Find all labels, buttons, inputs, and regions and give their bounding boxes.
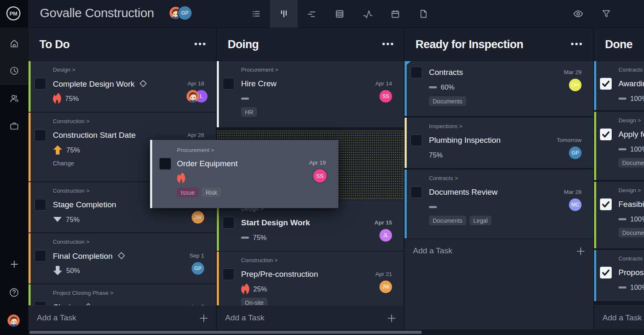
svg-text:PM: PM	[10, 11, 18, 17]
